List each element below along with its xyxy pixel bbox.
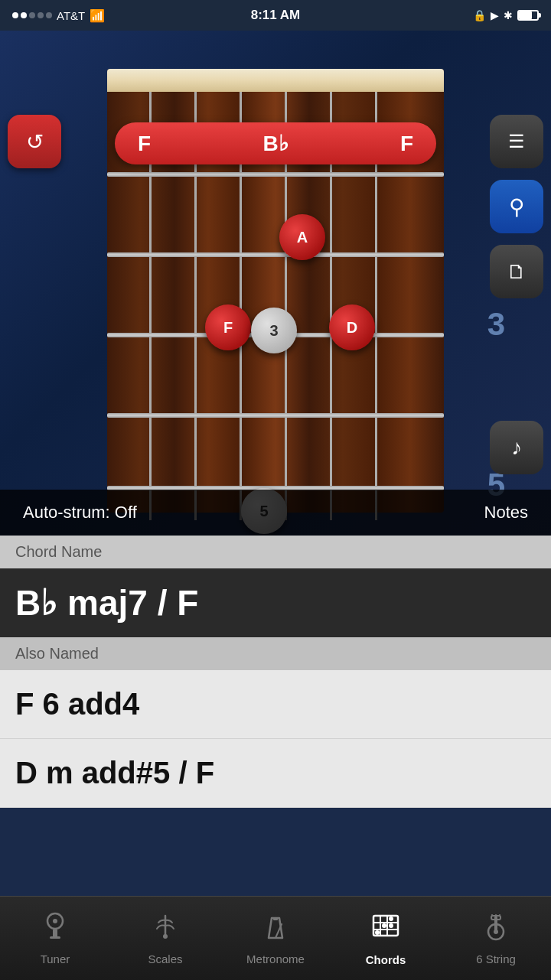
search-button[interactable]: ⚲ [490,180,543,233]
bluetooth-icon: ✱ [504,9,513,21]
info-section: Chord Name B♭ maj7 / F Also Named F 6 ad… [0,536,551,808]
wifi-icon: 📶 [90,8,105,23]
tab-scales-label: Scales [148,952,182,965]
tab-6string[interactable]: 6 String [441,897,551,980]
status-time: 8:11 AM [251,8,301,23]
also-name-2: D m add#5 / F [0,739,551,808]
svg-point-15 [389,923,393,928]
fret-bottom-bar: Auto-strum: Off Notes [0,490,551,536]
finger-dot-3[interactable]: 3 [251,308,297,353]
auto-strum-label[interactable]: Auto-strum: Off [23,503,137,523]
guitar-icon [481,912,510,948]
list-icon: ☰ [508,131,525,152]
chord-bar: F B♭ F [115,122,436,164]
chord-center-note: B♭ [262,131,288,156]
tab-metronome[interactable]: Metronome [220,897,331,980]
tuner-icon [41,912,70,948]
document-icon: 🗋 [507,260,527,284]
status-right: 🔒 ▶ ✱ [473,9,539,21]
status-bar: AT&T 📶 8:11 AM 🔒 ▶ ✱ [0,0,551,31]
svg-point-13 [389,917,393,921]
svg-point-3 [53,919,57,923]
search-icon: ⚲ [509,194,525,220]
tab-chords-label: Chords [366,953,406,966]
carrier-label: AT&T [57,9,85,22]
tab-bar: Tuner Scales Metronome [0,896,551,980]
battery-indicator [517,10,539,21]
tab-tuner[interactable]: Tuner [0,897,110,980]
fret-number-3: 3 [487,306,505,343]
chord-name-display: B♭ maj7 / F [0,568,551,637]
also-named-header: Also Named [0,637,551,670]
tab-6string-label: 6 String [476,952,516,965]
music-button[interactable]: ♪ [490,421,543,474]
scales-icon [151,912,180,948]
list-button[interactable]: ☰ [490,115,543,168]
svg-rect-6 [273,918,278,920]
svg-point-14 [382,923,386,928]
tab-scales[interactable]: Scales [110,897,220,980]
music-note-icon: ♪ [511,435,522,460]
finger-dot-d[interactable]: D [329,304,375,350]
location-icon: ▶ [491,9,499,21]
fretboard-area: F B♭ F 3 5 A F 3 D 5 ↺ ☰ ⚲ 🗋 ♪ [0,31,551,536]
finger-dot-a[interactable]: A [279,214,325,260]
document-button[interactable]: 🗋 [490,245,543,298]
tab-tuner-label: Tuner [41,952,70,965]
chord-right-note: F [400,132,413,156]
svg-point-16 [375,930,380,935]
refresh-button[interactable]: ↺ [8,115,61,168]
finger-dot-f[interactable]: F [205,304,251,350]
tab-chords[interactable]: Chords [331,897,441,980]
svg-rect-2 [50,936,60,939]
fret-line-2 [107,252,444,257]
refresh-icon: ↺ [26,129,44,155]
notes-button[interactable]: Notes [484,503,528,523]
chord-name-header: Chord Name [0,536,551,568]
signal-dots [12,12,52,18]
metronome-icon [261,912,290,948]
also-name-1: F 6 add4 [0,670,551,739]
fret-line-1 [107,172,444,177]
lock-icon: 🔒 [473,9,486,21]
chord-left-note: F [138,132,151,156]
svg-point-4 [163,934,168,939]
tab-metronome-label: Metronome [246,952,305,965]
guitar-nut [107,69,444,92]
fret-line-4 [107,413,444,418]
chords-icon [370,911,401,949]
